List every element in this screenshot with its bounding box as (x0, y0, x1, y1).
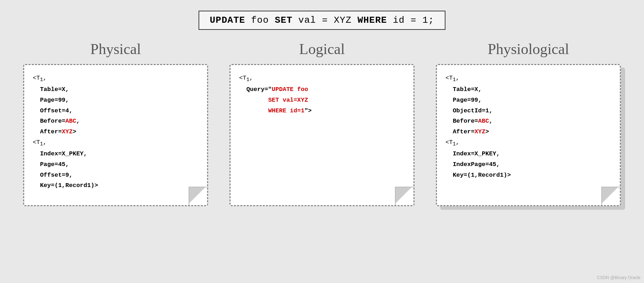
sql-foo: foo (251, 15, 275, 26)
logical-card: <T1, Query="UPDATE foo SET val=XYZ WHERE… (229, 64, 415, 206)
physical-card: <T1, Table=X, Page=99, Offset=4, Before=… (23, 64, 208, 206)
sql-update-kw: UPDATE (210, 15, 246, 26)
logical-content: <T1, Query="UPDATE foo SET val=XYZ WHERE… (239, 73, 405, 116)
watermark: CSDN @Binary Oracle (597, 275, 640, 280)
logical-title: Logical (299, 41, 345, 58)
physiological-content: <T1, Table=X, Page=99, ObjectId=1, Befor… (445, 73, 611, 180)
physical-card-wrapper: <T1, Table=X, Page=99, Offset=4, Before=… (23, 64, 208, 206)
columns-container: Physical <T1, Table=X, Page=99, Offset=4… (7, 41, 637, 206)
sql-val: val = XYZ (299, 15, 358, 26)
physical-column: Physical <T1, Table=X, Page=99, Offset=4… (23, 41, 208, 206)
physiological-column: Physiological <T1, Table=X, Page=99, Obj… (436, 41, 621, 206)
physiological-card-wrapper: <T1, Table=X, Page=99, ObjectId=1, Befor… (436, 64, 621, 206)
physiological-card: <T1, Table=X, Page=99, ObjectId=1, Befor… (436, 64, 621, 206)
logical-column: Logical <T1, Query="UPDATE foo SET val=X… (229, 41, 415, 206)
sql-id: id = 1; (393, 15, 434, 26)
physical-content: <T1, Table=X, Page=99, Offset=4, Before=… (33, 73, 199, 191)
sql-where-kw: WHERE (358, 15, 387, 26)
sql-set-kw: SET (275, 15, 292, 26)
sql-box: UPDATE foo SET val = XYZ WHERE id = 1; (199, 11, 446, 30)
physical-title: Physical (90, 41, 141, 58)
logical-card-wrapper: <T1, Query="UPDATE foo SET val=XYZ WHERE… (229, 64, 415, 206)
physiological-title: Physiological (488, 41, 569, 58)
